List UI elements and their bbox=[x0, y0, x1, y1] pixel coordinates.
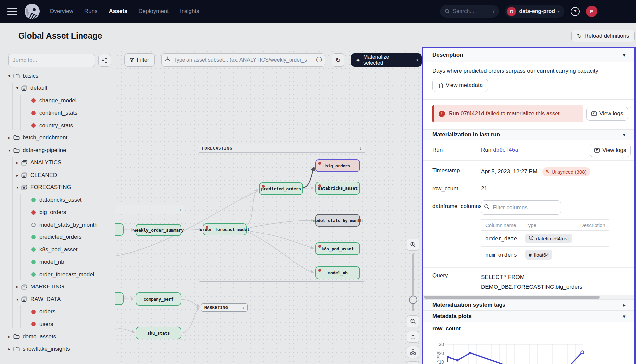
caret-right-icon[interactable]: ▸ bbox=[5, 347, 13, 351]
caret-down-icon[interactable]: ▾ bbox=[13, 86, 21, 90]
materialize-dropdown-caret[interactable]: ▾ bbox=[413, 53, 422, 67]
section-header-materialization[interactable]: Materialization in last run ▾ bbox=[423, 129, 634, 140]
run-id[interactable]: db0cf46a bbox=[493, 147, 518, 153]
sidebar-item-basics[interactable]: ▾basics bbox=[0, 70, 115, 82]
sidebar-item-users[interactable]: users bbox=[0, 318, 115, 331]
nav-item-assets[interactable]: Assets bbox=[109, 8, 128, 15]
sidebar-item-orders[interactable]: orders bbox=[0, 306, 115, 318]
hamburger-menu-icon[interactable] bbox=[7, 8, 17, 15]
sidebar-item-data-eng-pipeline[interactable]: ▾data-eng-pipeline bbox=[0, 144, 115, 157]
graph-group-header[interactable]: ⇕ bbox=[115, 205, 185, 214]
nav-item-deployment[interactable]: Deployment bbox=[138, 8, 169, 15]
sidebar-item-CLEANED[interactable]: ▸CLEANED bbox=[0, 169, 115, 182]
jump-to-input[interactable] bbox=[8, 54, 95, 67]
asset-node-model_nb[interactable]: model_nb bbox=[315, 266, 360, 279]
asset-node-big_orders[interactable]: big_orders bbox=[315, 159, 360, 172]
sidebar-item-ANALYTICS[interactable]: ▸ANALYTICS bbox=[0, 157, 115, 169]
filter-icon bbox=[130, 58, 134, 62]
caret-down-icon[interactable]: ▾ bbox=[5, 148, 13, 153]
sidebar-item-big_orders[interactable]: big_orders bbox=[0, 206, 115, 219]
failed-materialization-dot bbox=[262, 185, 265, 188]
asset-subset-input[interactable] bbox=[161, 53, 325, 67]
sidebar-item-change_model[interactable]: change_model bbox=[0, 94, 115, 107]
collapse-groups-button[interactable] bbox=[407, 331, 419, 343]
sidebar-item-k8s_pod_asset[interactable]: k8s_pod_asset bbox=[0, 243, 115, 256]
caret-right-icon[interactable]: ▸ bbox=[13, 173, 21, 178]
failed-run-link[interactable]: 07f4421d bbox=[461, 110, 484, 117]
sidebar-item-default[interactable]: ▾default bbox=[0, 82, 115, 95]
chevron-down-icon: ▾ bbox=[623, 132, 625, 137]
caret-right-icon[interactable]: ▸ bbox=[5, 334, 13, 339]
sidebar-item-batch_enrichment[interactable]: ▸batch_enrichment bbox=[0, 132, 115, 144]
asset-node-clipped[interactable] bbox=[115, 223, 124, 236]
sidebar-item-predicted_orders[interactable]: predicted_orders bbox=[0, 231, 115, 244]
global-search[interactable]: Search... / bbox=[440, 5, 499, 18]
caret-right-icon[interactable]: ▸ bbox=[13, 160, 21, 165]
reload-definitions-button[interactable]: ↻ Reload definitions bbox=[571, 30, 635, 42]
sidebar-item-databricks_asset[interactable]: databricks_asset bbox=[0, 194, 115, 206]
materialize-selected-button[interactable]: Materialize selected ▾ bbox=[351, 53, 422, 67]
chevron-down-icon: ▾ bbox=[558, 9, 560, 14]
zoom-in-button[interactable] bbox=[407, 239, 419, 251]
caret-right-icon[interactable]: ▸ bbox=[5, 135, 13, 140]
sidebar-item-label: FORECASTING bbox=[30, 184, 71, 191]
sidebar-item-order_forecast_model[interactable]: order_forecast_model bbox=[0, 268, 115, 281]
asset-node-order_forecast_model[interactable]: order_forecast_model bbox=[203, 223, 247, 235]
sidebar-item-label: MARKETING bbox=[30, 284, 64, 290]
sidebar-item-RAW_DATA[interactable]: ▾RAW_DATA bbox=[0, 293, 115, 306]
timestamp-value: Apr 5, 2023, 12:27 PM bbox=[481, 168, 537, 175]
asset-node-sku_stats[interactable]: sku_stats bbox=[136, 327, 181, 339]
zoom-out-button[interactable] bbox=[407, 315, 419, 327]
sidebar-item-model_nb[interactable]: model_nb bbox=[0, 256, 115, 269]
sidebar-item-snowflake_insights[interactable]: ▸snowflake_insights bbox=[0, 343, 115, 355]
section-header-system-tags[interactable]: Materialization system tags ▸ bbox=[423, 299, 634, 311]
view-logs-button[interactable]: View logs bbox=[590, 144, 631, 157]
zoom-slider-handle[interactable] bbox=[409, 296, 417, 304]
asset-node-weekly_order_summary[interactable]: weekly_order_summary bbox=[136, 224, 181, 236]
asset-node-k8s_pod_asset[interactable]: k8s_pod_asset bbox=[315, 242, 360, 255]
asset-node-company_perf[interactable]: company_perf bbox=[136, 292, 181, 306]
recenter-button[interactable] bbox=[407, 361, 419, 364]
user-avatar[interactable]: E bbox=[586, 6, 597, 17]
nav-item-insights[interactable]: Insights bbox=[180, 8, 199, 15]
lineage-graph-canvas[interactable]: ⇕FORECASTING⇕MARKETING⇕ weekly_order_sum… bbox=[115, 49, 422, 364]
sidebar-collapse-icon bbox=[102, 58, 108, 63]
sidebar-item-demo_assets[interactable]: ▸demo_assets bbox=[0, 331, 115, 343]
section-header-description[interactable]: Description ▾ bbox=[423, 48, 634, 62]
graph-group-header[interactable]: FORECASTING⇕ bbox=[199, 144, 365, 153]
collapsed-group-MARKETING[interactable]: MARKETING⇕ bbox=[201, 303, 248, 312]
sidebar-item-FORECASTING[interactable]: ▾FORECASTING bbox=[0, 182, 115, 194]
section-header-metadata-plots[interactable]: Metadata plots ▾ bbox=[423, 311, 634, 322]
collapse-group-icon[interactable]: ⇕ bbox=[179, 207, 182, 212]
sidebar-item-country_stats[interactable]: country_stats bbox=[0, 119, 115, 132]
expand-group-icon[interactable]: ⇕ bbox=[242, 305, 244, 310]
caret-down-icon[interactable]: ▾ bbox=[13, 297, 21, 302]
refresh-graph-button[interactable]: ↻ bbox=[332, 53, 344, 67]
dagster-logo[interactable] bbox=[25, 4, 40, 19]
asset-node-clipped[interactable] bbox=[115, 292, 124, 305]
caret-right-icon[interactable]: ▸ bbox=[13, 285, 21, 289]
panel-hscrollbar[interactable] bbox=[424, 296, 600, 299]
layout-graph-button[interactable] bbox=[407, 346, 419, 358]
view-metadata-button[interactable]: View metadata bbox=[432, 79, 488, 92]
filter-columns-input[interactable] bbox=[481, 200, 561, 215]
collapse-sidebar-button[interactable] bbox=[98, 54, 111, 67]
view-logs-button[interactable]: View logs bbox=[586, 107, 628, 121]
collapse-group-icon[interactable]: ⇕ bbox=[359, 146, 362, 151]
info-icon[interactable]: ⓘ bbox=[316, 56, 322, 64]
sidebar-item-model_stats_by_month[interactable]: model_stats_by_month bbox=[0, 219, 115, 231]
caret-down-icon[interactable]: ▾ bbox=[5, 74, 13, 78]
sidebar-item-MARKETING[interactable]: ▸MARKETING bbox=[0, 281, 115, 293]
sidebar-item-continent_stats[interactable]: continent_stats bbox=[0, 107, 115, 120]
logs-icon bbox=[594, 148, 600, 153]
sidebar-item-label: CLEANED bbox=[30, 172, 57, 179]
filter-button[interactable]: Filter bbox=[124, 53, 155, 67]
help-icon[interactable]: ? bbox=[571, 7, 580, 16]
asset-node-model_stats_by_month[interactable]: model_stats_by_month bbox=[315, 214, 360, 227]
nav-item-runs[interactable]: Runs bbox=[84, 8, 98, 15]
asset-node-predicted_orders[interactable]: predicted_orders bbox=[259, 182, 303, 195]
caret-down-icon[interactable]: ▾ bbox=[13, 185, 21, 190]
nav-item-overview[interactable]: Overview bbox=[50, 8, 73, 15]
deployment-switcher[interactable]: D data-eng-prod ▾ bbox=[505, 5, 564, 18]
asset-node-databricks_asset[interactable]: databricks_asset bbox=[315, 182, 360, 195]
